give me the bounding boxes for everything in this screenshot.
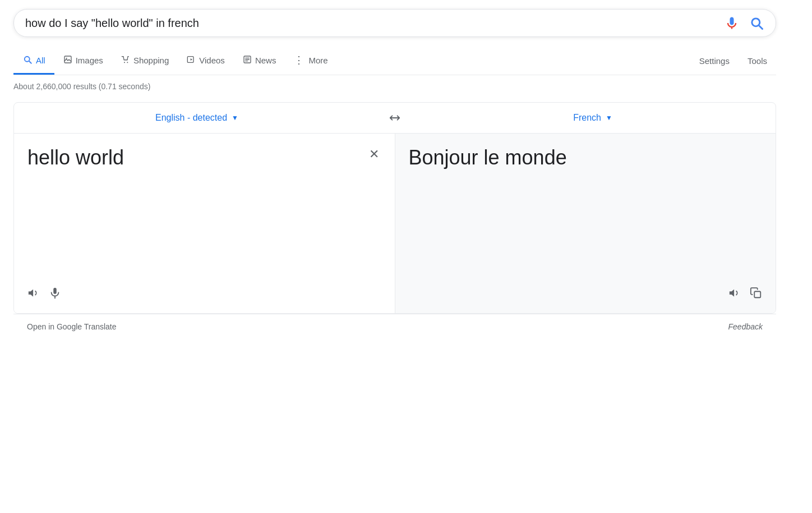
tab-more[interactable]: ⋮ More bbox=[285, 47, 336, 75]
source-lang-selector[interactable]: English - detected ▼ bbox=[14, 104, 380, 132]
search-bar bbox=[13, 9, 776, 37]
more-tab-icon: ⋮ bbox=[294, 54, 305, 66]
search-input[interactable] bbox=[25, 17, 724, 30]
tab-images[interactable]: Images bbox=[54, 48, 112, 74]
target-lang-label: French bbox=[573, 113, 601, 123]
source-lang-label: English - detected bbox=[155, 113, 227, 123]
search-tab-icon bbox=[22, 54, 33, 66]
svg-marker-5 bbox=[191, 58, 192, 61]
svg-rect-10 bbox=[53, 288, 57, 294]
videos-tab-icon bbox=[187, 55, 196, 66]
translate-header: English - detected ▼ French ▼ bbox=[14, 103, 776, 134]
translate-card: English - detected ▼ French ▼ hello worl… bbox=[13, 102, 776, 314]
source-speaker-icon[interactable] bbox=[27, 287, 40, 302]
tab-all[interactable]: All bbox=[13, 48, 54, 75]
translate-body: hello world ✕ bbox=[14, 134, 776, 313]
target-lang-selector[interactable]: French ▼ bbox=[410, 104, 776, 132]
settings-button[interactable]: Settings bbox=[690, 49, 739, 72]
tab-images-label: Images bbox=[76, 56, 103, 65]
tab-videos[interactable]: Videos bbox=[178, 48, 234, 74]
tools-button[interactable]: Tools bbox=[739, 49, 776, 72]
source-actions bbox=[27, 278, 381, 302]
source-text: hello world bbox=[27, 145, 124, 171]
target-actions bbox=[409, 278, 763, 302]
feedback-link[interactable]: Feedback bbox=[728, 322, 763, 331]
source-mic-icon[interactable] bbox=[49, 287, 61, 302]
translate-target-panel: Bonjour le monde bbox=[395, 134, 776, 313]
shopping-tab-icon bbox=[121, 55, 130, 66]
svg-point-3 bbox=[127, 62, 128, 63]
settings-tools: Settings Tools bbox=[690, 49, 776, 72]
images-tab-icon bbox=[63, 55, 72, 66]
mic-icon[interactable] bbox=[724, 15, 740, 31]
source-lang-chevron: ▼ bbox=[232, 114, 238, 122]
news-tab-icon bbox=[243, 55, 252, 66]
copy-icon[interactable] bbox=[750, 287, 762, 302]
tab-more-label: More bbox=[308, 56, 327, 65]
translate-footer: Open in Google Translate Feedback bbox=[13, 314, 776, 339]
tab-news-label: News bbox=[255, 56, 276, 65]
target-speaker-icon[interactable] bbox=[728, 287, 741, 302]
tab-news[interactable]: News bbox=[234, 48, 285, 74]
tab-shopping[interactable]: Shopping bbox=[112, 48, 178, 74]
svg-rect-12 bbox=[754, 291, 760, 297]
search-icons bbox=[724, 15, 764, 31]
target-lang-chevron: ▼ bbox=[606, 114, 612, 122]
svg-point-2 bbox=[124, 62, 125, 63]
open-translate-link[interactable]: Open in Google Translate bbox=[27, 322, 117, 331]
translate-source-panel: hello world ✕ bbox=[14, 134, 395, 313]
results-count: About 2,660,000 results (0.71 seconds) bbox=[13, 82, 799, 91]
clear-source-button[interactable]: ✕ bbox=[367, 145, 381, 164]
swap-languages-button[interactable] bbox=[380, 103, 410, 133]
source-text-row: hello world ✕ bbox=[27, 145, 381, 278]
nav-tabs: All Images Shopping bbox=[13, 47, 776, 75]
tab-videos-label: Videos bbox=[199, 56, 225, 65]
tab-all-label: All bbox=[36, 56, 45, 65]
svg-point-1 bbox=[66, 57, 67, 58]
translated-text: Bonjour le monde bbox=[409, 145, 763, 278]
tab-shopping-label: Shopping bbox=[133, 56, 169, 65]
search-icon[interactable] bbox=[749, 15, 764, 31]
